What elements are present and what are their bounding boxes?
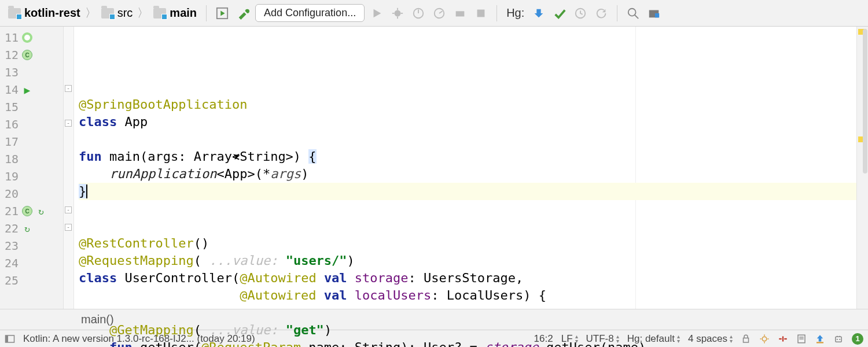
gutter-row[interactable]: 20 — [0, 185, 63, 202]
fold-toggle[interactable]: - — [65, 206, 72, 213]
breadcrumb-label: main — [170, 6, 197, 20]
vcs-commit-icon[interactable] — [551, 5, 568, 22]
gutter-row[interactable]: 24 — [0, 254, 63, 272]
code-token: "users/" — [286, 253, 347, 268]
add-configuration-button[interactable]: Add Configuration... — [255, 4, 365, 22]
code-token: ( — [194, 253, 209, 268]
project-structure-icon[interactable] — [645, 5, 663, 22]
svg-point-14 — [628, 8, 636, 16]
gutter-row[interactable]: 23 — [0, 237, 63, 254]
code-line[interactable]: fun getUser(@RequestParam name: String):… — [79, 339, 856, 347]
line-number: 20 — [2, 187, 19, 201]
code-line[interactable]: fun main(args: Array<String>) { — [79, 148, 856, 165]
breadcrumb-item[interactable]: main — [151, 5, 199, 21]
svg-point-3 — [395, 10, 401, 16]
right-margin-guide — [635, 27, 636, 309]
scrollbar-thumb[interactable] — [863, 29, 867, 174]
code-token: @RequestParam — [201, 340, 301, 347]
navigate-icon[interactable]: ↻ — [36, 206, 46, 216]
toolbar-divider — [496, 5, 497, 21]
fold-toggle[interactable]: - — [65, 85, 72, 92]
code-token: fun — [79, 149, 109, 164]
code-line[interactable]: @RestController() — [79, 235, 856, 252]
run-target-icon[interactable] — [214, 5, 231, 22]
code-token: fun — [109, 340, 140, 347]
folder-icon — [153, 8, 166, 19]
gutter-row[interactable]: 12 — [0, 46, 63, 64]
gutter-row[interactable]: 13 — [0, 64, 63, 81]
code-line[interactable] — [79, 217, 856, 235]
code-line[interactable]: class UserController(@Autowired val stor… — [79, 270, 856, 287]
navigate-icon[interactable]: ↻ — [22, 223, 32, 234]
gutter-row[interactable]: 15 — [0, 98, 63, 116]
gutter-row[interactable]: 21↻ — [0, 202, 63, 220]
run-icon[interactable] — [368, 5, 385, 22]
line-number: 19 — [2, 169, 19, 183]
code-token: ) — [324, 323, 332, 337]
code-token: val — [324, 288, 355, 302]
code-line[interactable]: runApplication<App>(*args) — [79, 165, 856, 183]
gutter-row[interactable]: 25 — [0, 272, 63, 289]
code-area[interactable]: ➤ @SpringBootApplicationclass Appfun mai… — [74, 27, 856, 309]
vcs-update-icon[interactable] — [530, 5, 547, 22]
run-line-icon[interactable]: ▶ — [22, 84, 32, 95]
code-token: storage — [485, 340, 539, 347]
gutter-row[interactable]: 11 — [0, 29, 63, 46]
breadcrumb-item[interactable]: kotlin-rest — [6, 5, 83, 21]
code-token: localUsers — [355, 288, 431, 302]
controller-icon[interactable] — [22, 50, 32, 60]
code-line[interactable]: } — [79, 183, 856, 200]
gutter[interactable]: 11121314▶15161718192021↻22↻232425 — [0, 27, 64, 309]
build-icon[interactable] — [234, 5, 252, 22]
code-line[interactable] — [79, 304, 856, 322]
gutter-row[interactable]: 18 — [0, 150, 63, 168]
profile-icon[interactable] — [431, 5, 448, 22]
tool-window-toggle-icon[interactable] — [5, 334, 15, 344]
code-token: val — [324, 271, 355, 285]
chevron-right-icon: 〉 — [137, 5, 149, 21]
line-number: 25 — [2, 274, 19, 287]
controller-icon[interactable] — [22, 206, 32, 216]
path-breadcrumbs: kotlin-rest〉src〉main — [6, 5, 199, 21]
line-number: 23 — [2, 239, 19, 253]
code-line[interactable]: @Autowired val localUsers: LocalUsers) { — [79, 287, 856, 304]
code-token — [79, 323, 109, 337]
code-token: ) — [301, 167, 308, 181]
gutter-row[interactable]: 22↻ — [0, 220, 63, 237]
code-line[interactable]: @SpringBootApplication — [79, 96, 856, 113]
gutter-row[interactable]: 14▶ — [0, 81, 63, 98]
breadcrumb-item[interactable]: src — [99, 5, 135, 21]
line-number: 21 — [2, 204, 19, 218]
spring-bean-icon[interactable] — [22, 32, 32, 43]
stop-icon[interactable] — [472, 5, 490, 22]
gutter-row[interactable]: 19 — [0, 168, 63, 185]
line-number: 14 — [2, 83, 19, 97]
fold-toggle[interactable]: - — [65, 120, 72, 127]
code-line[interactable] — [79, 200, 856, 217]
vcs-revert-icon[interactable] — [593, 5, 610, 22]
debug-icon[interactable] — [389, 5, 406, 22]
error-stripe[interactable] — [856, 27, 868, 309]
vcs-history-icon[interactable] — [572, 5, 589, 22]
line-number: 12 — [2, 48, 19, 62]
code-line[interactable]: @GetMapping( ...value: "get") — [79, 322, 856, 339]
fold-column[interactable]: ---- — [64, 27, 74, 309]
breadcrumb-label: src — [117, 6, 133, 20]
toolbar-divider — [206, 5, 207, 21]
svg-marker-1 — [220, 10, 225, 16]
code-token: @GetMapping — [109, 323, 194, 337]
gutter-row[interactable]: 16 — [0, 116, 63, 133]
code-token: : UsersStorage, — [409, 271, 524, 285]
code-line[interactable]: class App — [79, 113, 856, 131]
coverage-icon[interactable] — [410, 5, 427, 22]
gutter-row[interactable]: 17 — [0, 133, 63, 150]
code-line[interactable]: @RequestMapping( ...value: "users/") — [79, 252, 856, 270]
code-line[interactable] — [79, 131, 856, 148]
fold-toggle[interactable]: - — [65, 224, 72, 231]
attach-debug-icon[interactable] — [451, 5, 469, 22]
code-token: ...value: — [209, 323, 285, 337]
search-icon[interactable] — [624, 5, 642, 22]
code-token: () — [194, 236, 209, 250]
svg-line-15 — [635, 14, 638, 18]
code-token: ( — [194, 323, 209, 337]
